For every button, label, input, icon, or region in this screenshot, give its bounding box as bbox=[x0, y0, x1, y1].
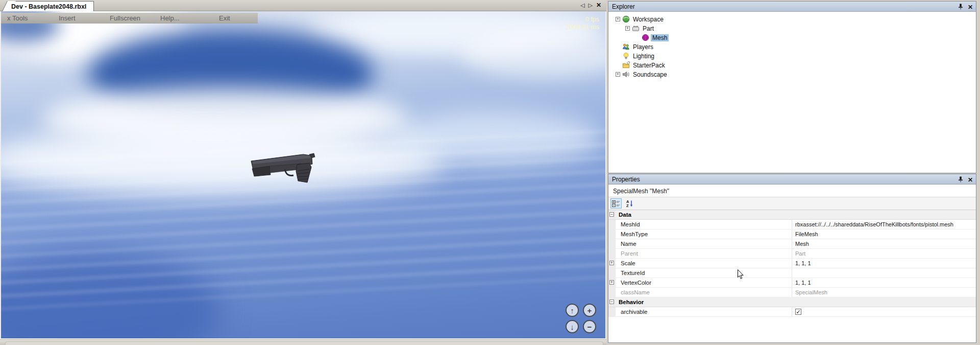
expand-icon[interactable]: + bbox=[625, 26, 630, 31]
3d-viewport[interactable]: x ToolsInsertFullscreenHelp...Exit 0 fps… bbox=[0, 11, 606, 339]
property-name: TextureId bbox=[621, 270, 645, 276]
tree-item-players[interactable]: Players bbox=[608, 42, 976, 52]
mouse-cursor bbox=[736, 269, 745, 280]
alphabetical-sort-button[interactable]: AZ bbox=[624, 198, 635, 209]
grid-gutter bbox=[608, 249, 616, 258]
players-icon bbox=[622, 43, 630, 51]
property-value[interactable]: Mesh bbox=[792, 239, 976, 248]
expand-icon[interactable]: − bbox=[609, 300, 614, 304]
tree-item-workspace[interactable]: +Workspace bbox=[608, 15, 976, 24]
document-tab-title: Dev - Baseplate2048.rbxl bbox=[11, 3, 86, 10]
zoom-out-button[interactable]: − bbox=[583, 320, 596, 333]
property-row-meshid[interactable]: MeshIdrbxasset://../../../shareddata/Ris… bbox=[608, 220, 976, 229]
tree-item-mesh[interactable]: Mesh bbox=[608, 33, 976, 42]
menu-bar: x ToolsInsertFullscreenHelp...Exit bbox=[1, 13, 258, 24]
section-row-behavior: −Behavior bbox=[608, 297, 976, 307]
menu-item-exit[interactable]: Exit bbox=[219, 14, 230, 22]
explorer-title: Explorer bbox=[612, 3, 635, 10]
tree-item-label: Workspace bbox=[631, 16, 665, 23]
frame-time-value: 2009.91 ms bbox=[566, 24, 599, 31]
grid-gutter bbox=[608, 229, 616, 239]
property-row-meshtype[interactable]: MeshTypeFileMesh bbox=[608, 229, 976, 239]
tab-scroll-right-button[interactable]: ▷ bbox=[588, 2, 592, 9]
categorized-view-button[interactable] bbox=[610, 198, 622, 209]
property-row-archivable[interactable]: archivable✓ bbox=[608, 307, 976, 317]
property-name: Name bbox=[621, 241, 636, 247]
property-value[interactable] bbox=[792, 307, 976, 316]
property-row-vertexcolor[interactable]: +VertexColor1, 1, 1 bbox=[608, 278, 976, 288]
tree-item-label: Mesh bbox=[651, 34, 669, 41]
tilt-down-button[interactable]: ↓ bbox=[566, 320, 579, 333]
property-value[interactable] bbox=[792, 268, 976, 278]
taskbar-hint bbox=[5, 341, 603, 345]
document-tab[interactable]: Dev - Baseplate2048.rbxl bbox=[8, 1, 94, 11]
property-row-parent[interactable]: ParentPart bbox=[608, 249, 976, 259]
grid-gutter bbox=[608, 288, 616, 297]
properties-panel: Properties ✕ SpecialMesh "Mesh" AZ −Data… bbox=[608, 174, 976, 343]
zoom-in-button[interactable]: + bbox=[583, 304, 596, 317]
property-value: SpecialMesh bbox=[792, 288, 976, 297]
part-icon bbox=[632, 25, 640, 32]
mesh-icon bbox=[642, 34, 649, 41]
pin-icon[interactable] bbox=[958, 4, 963, 11]
grid-gutter bbox=[608, 268, 616, 278]
properties-title: Properties bbox=[612, 176, 640, 183]
property-value[interactable]: FileMesh bbox=[792, 229, 976, 239]
tree-item-label: Part bbox=[641, 25, 655, 32]
tree-item-label: Lighting bbox=[631, 53, 656, 60]
menu-item-tools[interactable]: Tools bbox=[12, 14, 28, 22]
document-tab-bar: Dev - Baseplate2048.rbxl ◁ ▷ ✕ bbox=[0, 0, 606, 11]
section-label: Behavior bbox=[619, 299, 644, 305]
property-value[interactable]: 1, 1, 1 bbox=[792, 259, 976, 268]
pistol-mesh-object[interactable] bbox=[248, 147, 320, 186]
pin-icon[interactable] bbox=[958, 176, 963, 184]
properties-close-icon[interactable]: ✕ bbox=[968, 177, 973, 183]
roblox-studio-window: Dev - Baseplate2048.rbxl ◁ ▷ ✕ bbox=[0, 0, 980, 345]
svg-text:Z: Z bbox=[626, 203, 629, 208]
explorer-close-icon[interactable]: ✕ bbox=[968, 4, 973, 11]
tree-item-part[interactable]: +Part bbox=[608, 24, 976, 33]
grid-gutter bbox=[608, 307, 616, 316]
property-row-scale[interactable]: +Scale1, 1, 1 bbox=[608, 259, 976, 268]
tree-item-label: Players bbox=[631, 43, 655, 51]
workspace-icon bbox=[622, 15, 630, 23]
expand-icon[interactable]: + bbox=[609, 280, 614, 285]
expand-icon[interactable]: + bbox=[616, 72, 620, 77]
property-name: MeshType bbox=[621, 231, 648, 237]
tree-item-starterpack[interactable]: StarterPack bbox=[608, 61, 976, 70]
menu-item-help[interactable]: Help... bbox=[160, 14, 180, 22]
explorer-header: Explorer ✕ bbox=[608, 2, 976, 12]
menu-item-fullscreen[interactable]: Fullscreen bbox=[110, 14, 140, 22]
property-name: Scale bbox=[621, 260, 635, 266]
selected-object-label[interactable]: SpecialMesh "Mesh" bbox=[608, 185, 976, 197]
soundscape-icon bbox=[622, 71, 630, 78]
property-value[interactable]: rbxasset://../../../shareddata/RiseOfThe… bbox=[792, 220, 976, 229]
tilt-up-button[interactable]: ↑ bbox=[566, 304, 579, 317]
expand-icon[interactable]: + bbox=[616, 17, 620, 21]
property-name: Parent bbox=[621, 250, 638, 257]
expand-icon[interactable]: − bbox=[609, 212, 614, 217]
section-row-data: −Data bbox=[608, 210, 976, 220]
lighting-icon bbox=[622, 52, 630, 60]
menu-close-glyph[interactable]: x bbox=[7, 14, 11, 22]
camera-controls: ↑+↓− bbox=[566, 304, 597, 334]
property-row-name[interactable]: NameMesh bbox=[608, 239, 976, 249]
property-name: className bbox=[621, 289, 650, 295]
property-row-textureid[interactable]: TextureId bbox=[608, 268, 976, 278]
property-row-classname[interactable]: classNameSpecialMesh bbox=[608, 288, 976, 297]
property-name: MeshId bbox=[621, 221, 640, 227]
menu-item-insert[interactable]: Insert bbox=[59, 14, 76, 22]
property-value[interactable]: 1, 1, 1 bbox=[792, 278, 976, 287]
expand-icon[interactable]: + bbox=[609, 261, 614, 265]
starterpack-icon bbox=[622, 61, 630, 69]
tab-scroll-left-button[interactable]: ◁ bbox=[580, 2, 584, 9]
fps-counter: 0 fps 2009.91 ms bbox=[566, 16, 599, 31]
document-area: Dev - Baseplate2048.rbxl ◁ ▷ ✕ bbox=[0, 0, 606, 345]
tree-item-label: Soundscape bbox=[631, 71, 669, 78]
tree-item-lighting[interactable]: Lighting bbox=[608, 52, 976, 61]
grid-gutter bbox=[608, 220, 616, 229]
property-name: archivable bbox=[621, 309, 647, 315]
tab-close-button[interactable]: ✕ bbox=[596, 2, 601, 9]
properties-header: Properties ✕ bbox=[608, 174, 976, 185]
tree-item-soundscape[interactable]: +Soundscape bbox=[608, 70, 976, 79]
